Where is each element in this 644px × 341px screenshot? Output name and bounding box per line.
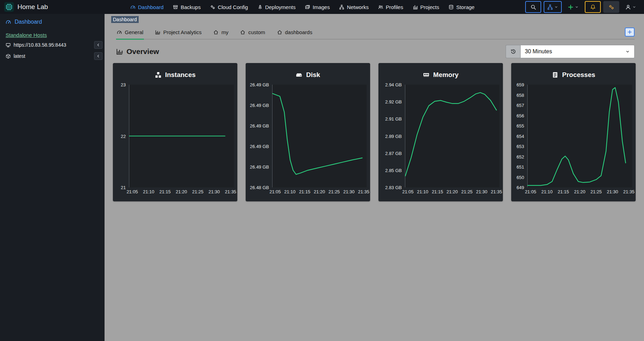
chart-line <box>405 93 497 176</box>
y-axis-tick-label: 2.91 GB <box>385 116 402 122</box>
plot-area <box>527 85 632 187</box>
nav-item-images[interactable]: Images <box>305 4 330 10</box>
nav-label: Backups <box>181 4 201 10</box>
card-title-text: Disk <box>306 71 320 79</box>
x-axis-tick-label: 21:05 <box>127 189 138 194</box>
users-icon <box>378 5 383 10</box>
y-axis-tick-label: 658 <box>516 92 524 98</box>
tabs: General Project Analytics my custom dash… <box>116 27 625 39</box>
tab-project-analytics[interactable]: Project Analytics <box>154 27 202 39</box>
y-axis-tick-label: 657 <box>516 103 524 108</box>
y-axis: 659658657656655654653652651650649 <box>511 85 527 187</box>
x-axis-tick-label: 21:10 <box>541 189 553 194</box>
disk-chart-card: Disk 26.49 GB26.49 GB26.49 GB26.49 GB26.… <box>246 63 370 201</box>
settings-button[interactable] <box>603 1 619 13</box>
nav-label: Storage <box>456 4 475 10</box>
processes-chart-card: Processes 659658657656655654653652651650… <box>511 63 636 201</box>
app-brand: Home Lab <box>0 2 105 12</box>
storage-icon <box>449 5 454 10</box>
box-icon <box>6 54 11 59</box>
processes-icon <box>552 71 559 78</box>
host-row[interactable]: latest <box>0 51 105 62</box>
nav-item-deployments[interactable]: Deployments <box>258 4 296 10</box>
chevron-down-icon <box>625 49 630 54</box>
y-axis: 2.94 GB2.92 GB2.91 GB2.89 GB2.87 GB2.85 … <box>378 85 405 187</box>
x-axis-tick-label: 21:15 <box>159 189 171 194</box>
home-icon <box>213 30 219 35</box>
nav-item-dashboard[interactable]: Dashboard <box>130 4 163 10</box>
y-axis-tick-label: 655 <box>516 123 524 129</box>
home-icon <box>240 30 245 35</box>
nav-item-networks[interactable]: Networks <box>339 4 369 10</box>
card-title: Disk <box>246 63 370 85</box>
plus-icon <box>568 4 574 10</box>
nav-label: Dashboard <box>138 4 163 10</box>
tab-general[interactable]: General <box>116 27 144 39</box>
nav-item-cloud-config[interactable]: Cloud Config <box>210 4 248 10</box>
notifications-button[interactable] <box>585 1 601 13</box>
history-button[interactable] <box>506 45 520 58</box>
instances-chart-card: Instances 232221 21:0521:1021:1521:2021:… <box>113 63 237 201</box>
bell-icon <box>590 4 596 10</box>
sidebar-item-label: Dashboard <box>15 19 42 25</box>
y-axis-tick-label: 656 <box>516 113 524 118</box>
y-axis-tick-label: 26.49 GB <box>250 103 269 108</box>
chevron-left-icon <box>96 43 100 47</box>
disk-icon <box>296 71 302 78</box>
overview-title-text: Overview <box>127 47 159 56</box>
nav-label: Cloud Config <box>218 4 248 10</box>
breadcrumb: Dashboard <box>105 14 644 22</box>
time-range-select[interactable]: 30 Minutes <box>520 45 635 58</box>
y-axis-tick-label: 2.85 GB <box>385 168 402 173</box>
nav-item-storage[interactable]: Storage <box>449 4 475 10</box>
nav-item-backups[interactable]: Backups <box>173 4 201 10</box>
memory-icon <box>423 71 430 78</box>
tab-label: Project Analytics <box>163 29 201 35</box>
y-axis-tick-label: 26.49 GB <box>250 144 269 149</box>
x-axis-tick-label: 21:25 <box>192 189 204 194</box>
create-menu-button[interactable] <box>564 1 582 13</box>
collapse-host-button[interactable] <box>94 41 102 49</box>
sidebar: Dashboard Standalone Hosts https://10.83… <box>0 14 105 341</box>
tab-custom[interactable]: custom <box>239 27 266 39</box>
add-dashboard-button[interactable] <box>625 28 635 37</box>
nav-item-profiles[interactable]: Profiles <box>378 4 403 10</box>
tab-my[interactable]: my <box>213 27 229 39</box>
images-icon <box>305 5 310 10</box>
collapse-host-button[interactable] <box>94 52 102 60</box>
tab-dashboards[interactable]: dashboards <box>276 27 313 39</box>
time-range-filter: 30 Minutes <box>506 45 635 58</box>
y-axis-tick-label: 21 <box>121 185 126 190</box>
user-icon <box>625 4 631 10</box>
cluster-menu-button[interactable] <box>544 1 562 13</box>
cluster-icon <box>547 4 553 10</box>
top-bar: Home Lab Dashboard Backups Cloud Config … <box>0 0 644 14</box>
user-menu-button[interactable] <box>622 1 640 13</box>
topbar-actions <box>525 1 644 13</box>
instances-icon <box>155 71 162 78</box>
standalone-hosts-link[interactable]: Standalone Hosts <box>0 29 105 39</box>
x-axis-tick-label: 21:05 <box>402 189 414 194</box>
caret-down-icon <box>554 5 558 9</box>
search-icon <box>530 4 536 10</box>
time-range-value: 30 Minutes <box>525 48 552 55</box>
y-axis-tick-label: 654 <box>516 133 524 139</box>
home-icon <box>277 30 282 35</box>
y-axis-tick-label: 2.94 GB <box>385 82 402 87</box>
y-axis: 232221 <box>113 85 129 187</box>
nav-item-projects[interactable]: Projects <box>413 4 439 10</box>
sidebar-item-dashboard[interactable]: Dashboard <box>0 14 105 29</box>
dashboard-tabs-bar: General Project Analytics my custom dash… <box>116 27 635 39</box>
bar-chart-icon <box>116 48 123 55</box>
x-axis-tick-label: 21:35 <box>225 189 236 194</box>
y-axis-tick-label: 659 <box>516 82 524 87</box>
tab-label: dashboards <box>285 29 312 35</box>
host-row[interactable]: https://10.83.58.95:8443 <box>0 39 105 51</box>
chart-cards: Instances 232221 21:0521:1021:1521:2021:… <box>113 63 636 201</box>
x-axis-tick-label: 21:20 <box>176 189 187 194</box>
y-axis-tick-label: 650 <box>516 175 524 180</box>
search-button[interactable] <box>525 1 541 13</box>
host-url-label: https://10.83.58.95:8443 <box>14 42 91 48</box>
x-axis-tick-label: 21:15 <box>299 189 310 194</box>
chart-line <box>528 87 626 185</box>
